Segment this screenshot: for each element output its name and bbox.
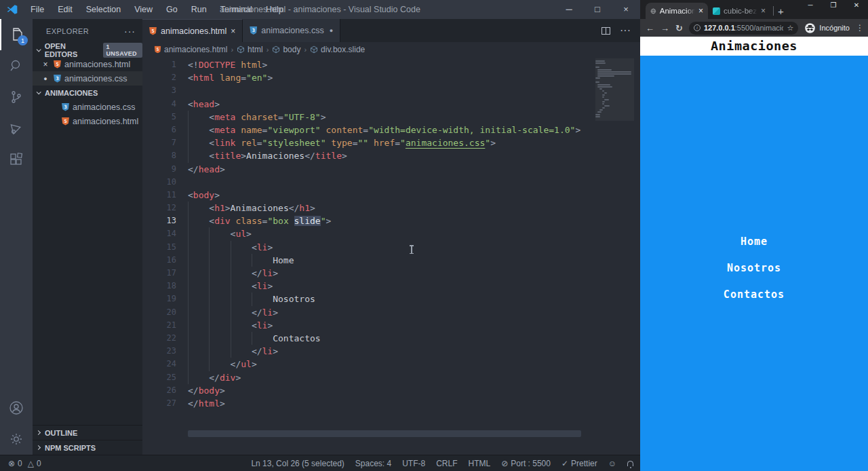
globe-icon [650,7,656,15]
maximize-button[interactable]: □ [583,0,612,19]
back-icon[interactable]: ← [646,23,654,33]
close-icon[interactable]: × [231,26,235,36]
open-editor-animaciones-html[interactable]: × 5 animaciones.html [33,57,142,71]
screen: File Edit Selection View Go Run Terminal… [0,0,868,471]
site-info-icon[interactable]: i [694,24,701,31]
extensions-icon[interactable] [0,144,33,175]
file-animaciones-html[interactable]: 5 animaciones.html [33,114,142,128]
unsaved-badge: 1 UNSAVED [103,43,142,58]
close-tab-icon[interactable]: × [698,6,703,16]
menu-file[interactable]: File [25,3,50,16]
code-line[interactable]: 2<html lang="en"> [142,71,595,84]
run-debug-icon[interactable] [0,113,33,144]
minimize-button[interactable]: ─ [555,0,583,19]
notifications-bell-icon[interactable] [627,461,633,466]
new-tab-button[interactable]: + [778,5,784,17]
code-line[interactable]: 14<ul> [142,227,595,240]
breadcrumb-file[interactable]: animaciones.html [164,45,227,54]
prettier-status[interactable]: ✓Prettier [561,459,597,468]
account-icon[interactable] [0,392,33,423]
source-control-icon[interactable] [0,81,33,113]
code-line[interactable]: 20</li> [142,306,595,319]
live-server-port-status[interactable]: ⊘Port : 5500 [501,459,551,468]
explorer-icon[interactable]: 1 [0,19,33,50]
file-animaciones-css[interactable]: 3 animaciones.css [33,100,142,114]
settings-gear-icon[interactable] [0,423,33,455]
line-number: 12 [142,202,182,214]
vertical-scrollbar[interactable] [634,57,640,455]
tab-animaciones-html[interactable]: 5 animaciones.html × [142,19,243,42]
code-line[interactable]: 11<body> [142,189,595,202]
menu-edit[interactable]: Edit [52,3,78,16]
outline-section[interactable]: OUTLINE [33,425,142,440]
feedback-icon[interactable]: ☺ [608,459,616,468]
code-line[interactable]: 24</ul> [142,358,595,371]
url-text[interactable]: 127.0.0.1:5500/animacione... [704,24,784,32]
close-button[interactable]: × [612,0,640,19]
modified-dot-icon[interactable]: ● [330,27,333,34]
code-line[interactable]: 13<div class="box slide"> [142,214,595,227]
code-line[interactable]: 9</head> [142,163,595,176]
code-line[interactable]: 12<h1>Animaciones</h1> [142,202,595,214]
code-line[interactable]: 15<li> [142,241,595,254]
bookmark-star-icon[interactable]: ☆ [787,24,793,33]
code-line[interactable]: 10 [142,176,595,189]
folder-header-animaciones[interactable]: ANIMACIONES [33,86,142,100]
chrome-menu-icon[interactable]: ⋮ [856,23,864,33]
cursor-position-status[interactable]: Ln 13, Col 26 (5 selected) [251,459,344,468]
code-line[interactable]: 23</li> [142,345,595,358]
editor-more-actions-icon[interactable]: ··· [620,24,631,37]
eol-status[interactable]: CRLF [436,459,457,468]
menu-selection[interactable]: Selection [81,3,126,16]
breadcrumb-div-box-slide[interactable]: div.box.slide [321,45,365,54]
menu-run[interactable]: Run [186,3,212,16]
code-line[interactable]: 17</li> [142,267,595,280]
code-line[interactable]: 4<head> [142,98,595,111]
npm-scripts-section[interactable]: NPM SCRIPTS [33,440,142,455]
split-editor-icon[interactable] [601,27,610,35]
code-line[interactable]: 27</html> [142,397,595,410]
close-button[interactable]: ✕ [845,0,868,11]
search-icon[interactable] [0,50,33,81]
minimap[interactable] [595,58,634,455]
code-line[interactable]: 18<li> [142,280,595,293]
open-editor-animaciones-css[interactable]: ● 3 animaciones.css [33,71,142,86]
code-line[interactable]: 19Nosotros [142,293,595,305]
menu-terminal[interactable]: Terminal [215,3,258,16]
code-line[interactable]: 6<meta name="viewport" content="width=de… [142,124,595,136]
code-line[interactable]: 21<li> [142,319,595,332]
menu-help[interactable]: Help [260,3,289,16]
breadcrumb-body[interactable]: body [283,45,300,54]
minimize-button[interactable]: ─ [799,0,822,11]
code-line[interactable]: 16Home [142,254,595,267]
open-editors-header[interactable]: OPEN EDITORS 1 UNSAVED [33,43,142,57]
code-editor[interactable]: 1<!DOCTYPE html>2<html lang="en">34<head… [142,57,640,455]
tab-animaciones-css[interactable]: 3 animaciones.css ● [243,19,340,42]
address-bar[interactable]: i 127.0.0.1:5500/animacione... ☆ [689,22,798,35]
indentation-status[interactable]: Spaces: 4 [355,459,391,468]
menu-go[interactable]: Go [161,3,183,16]
explorer-more-actions-icon[interactable]: ··· [124,26,136,37]
encoding-status[interactable]: UTF-8 [402,459,425,468]
code-line[interactable]: 26</body> [142,384,595,397]
close-tab-icon[interactable]: × [761,6,766,16]
code-line[interactable]: 3 [142,84,595,97]
forward-icon[interactable]: → [660,23,669,33]
restore-button[interactable]: ❐ [822,0,845,11]
code-line[interactable]: 25</div> [142,371,595,384]
horizontal-scrollbar[interactable] [188,430,581,437]
code-line[interactable]: 8<title>Animaciones</title> [142,149,595,162]
code-line[interactable]: 1<!DOCTYPE html> [142,58,595,71]
breadcrumb-html[interactable]: html [248,45,263,54]
problems-status[interactable]: ⊗0 △0 [8,459,41,468]
reload-icon[interactable]: ↻ [675,23,683,33]
code-line[interactable]: 22Contactos [142,332,595,345]
chrome-tab-animaciones[interactable]: Animaciones × [646,3,708,19]
menu-view[interactable]: View [129,3,158,16]
close-icon[interactable]: × [41,60,50,69]
language-mode-status[interactable]: HTML [469,459,491,468]
code-line[interactable]: 7<link rel="stylesheet" type="" href="an… [142,136,595,149]
code-line[interactable]: 5<meta charset="UTF-8"> [142,111,595,124]
modified-dot-icon[interactable]: ● [41,75,50,82]
chrome-tab-cubic-bezier[interactable]: cubic-bezie × [708,3,770,19]
